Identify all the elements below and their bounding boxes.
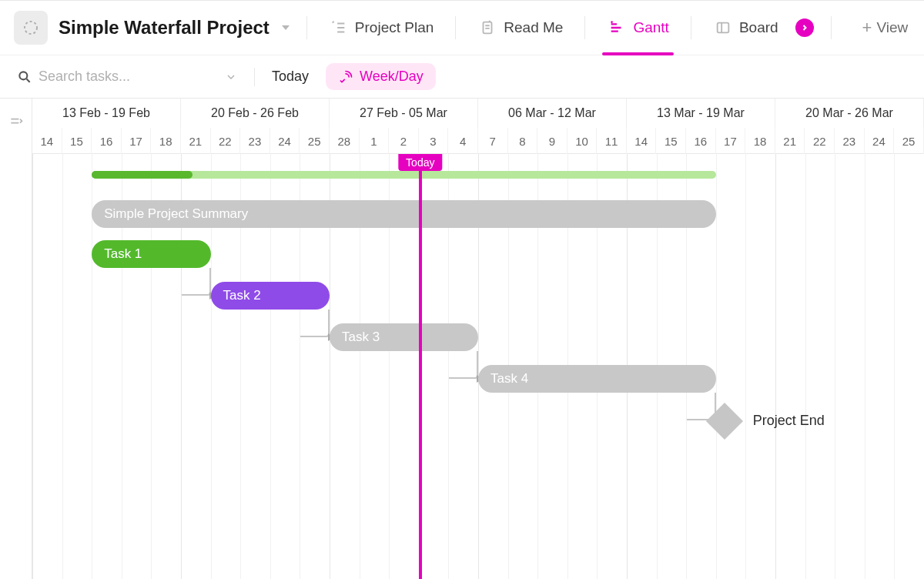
zoom-level-label: Week/Day [360,69,424,85]
project-title[interactable]: Simple Waterfall Project [59,17,270,38]
search-input[interactable] [38,69,216,85]
day-header-cell: 17 [716,128,746,154]
separator [254,68,255,86]
day-header-cell: 23 [835,128,865,154]
add-view-label: View [876,19,908,36]
today-button[interactable]: Today [272,69,309,85]
day-header-cell: 11 [597,128,627,154]
svg-rect-2 [718,23,729,33]
day-header-cell: 16 [686,128,716,154]
day-header-cell: 24 [270,128,300,154]
day-header-cell: 24 [865,128,895,154]
day-header-cell: 1 [360,128,390,154]
task-bar[interactable]: Task 3 [330,323,478,351]
day-header-cell: 14 [627,128,657,154]
doc-icon [477,18,497,38]
project-progress-bar[interactable] [92,171,716,179]
tab-gantt[interactable]: Gantt [602,18,673,38]
task-bar[interactable]: Task 1 [92,240,210,268]
gantt-toolbar: Today Week/Day [0,55,924,99]
day-header-cell: 21 [181,128,211,154]
day-header-cell: 4 [448,128,478,154]
dependency-line [300,310,330,337]
week-header-cell: 13 Feb - 19 Feb [32,99,181,128]
tab-read-me[interactable]: Read Me [473,18,567,38]
dependency-line [449,351,478,379]
week-header-cell: 20 Mar - 26 Mar [775,99,924,128]
calendar-icon [338,69,353,85]
task-bar[interactable]: Task 4 [478,365,716,393]
search-dropdown-caret[interactable] [225,71,237,83]
dependency-line [182,268,211,296]
day-header-cell: 14 [32,128,62,154]
zoom-level-chip[interactable]: Week/Day [326,63,436,90]
separator [455,16,456,39]
gantt-chart: 13 Feb - 19 Feb20 Feb - 26 Feb27 Feb - 0… [0,99,924,579]
timeline-header: 13 Feb - 19 Feb20 Feb - 26 Feb27 Feb - 0… [32,99,924,154]
day-header-cell: 15 [656,128,686,154]
today-indicator-tag: Today [398,154,442,171]
day-header-cell: 2 [389,128,419,154]
week-header-cell: 06 Mar - 12 Mar [478,99,627,128]
week-header-cell: 27 Feb - 05 Mar [330,99,478,128]
separator [691,16,691,39]
expand-sidebar-handle[interactable] [0,99,32,579]
milestone-label: Project End [753,413,825,429]
day-header-cell: 18 [151,128,181,154]
gantt-bars-area[interactable]: Simple Project SummaryTask 1Task 2Task 3… [32,154,924,579]
day-header-cell: 9 [537,128,567,154]
plus-icon: + [862,18,872,38]
day-header-cell: 3 [419,128,449,154]
week-header-cell: 20 Feb - 26 Feb [181,99,330,128]
day-header-cell: 28 [330,128,360,154]
day-header-cell: 22 [805,128,835,154]
list-icon [329,18,349,38]
week-header-cell: 13 Mar - 19 Mar [627,99,775,128]
search-icon [17,69,32,85]
separator [306,16,307,39]
tab-label: Project Plan [355,19,434,36]
day-header-cell: 15 [62,128,92,154]
day-header-cell: 22 [211,128,241,154]
separator [584,16,585,39]
day-header-cell: 25 [300,128,330,154]
tab-label: Read Me [504,19,563,36]
tabs-scroll-right[interactable] [795,18,814,37]
svg-point-0 [25,22,37,34]
day-header-cell: 16 [92,128,122,154]
add-view-button[interactable]: + View [862,18,909,38]
project-dropdown-caret[interactable] [282,25,290,30]
gantt-icon [607,18,627,38]
day-header-cell: 7 [478,128,508,154]
day-header-cell: 17 [122,128,152,154]
separator [831,16,832,39]
tab-label: Gantt [633,19,668,36]
day-header-cell: 18 [745,128,775,154]
today-indicator-line [419,154,422,579]
tab-label: Board [739,19,778,36]
day-header-cell: 21 [775,128,805,154]
board-icon [713,18,733,38]
day-header-cell: 8 [508,128,538,154]
svg-point-3 [19,72,27,79]
day-header-cell: 25 [894,128,924,154]
day-header-cell: 23 [240,128,270,154]
project-icon[interactable] [14,11,48,45]
task-bar[interactable]: Task 2 [211,282,330,310]
day-header-cell: 10 [567,128,598,154]
summary-bar[interactable]: Simple Project Summary [92,200,716,228]
tab-board[interactable]: Board [708,18,783,38]
tab-project-plan[interactable]: Project Plan [324,18,438,38]
app-header: Simple Waterfall Project Project Plan Re… [0,0,924,55]
